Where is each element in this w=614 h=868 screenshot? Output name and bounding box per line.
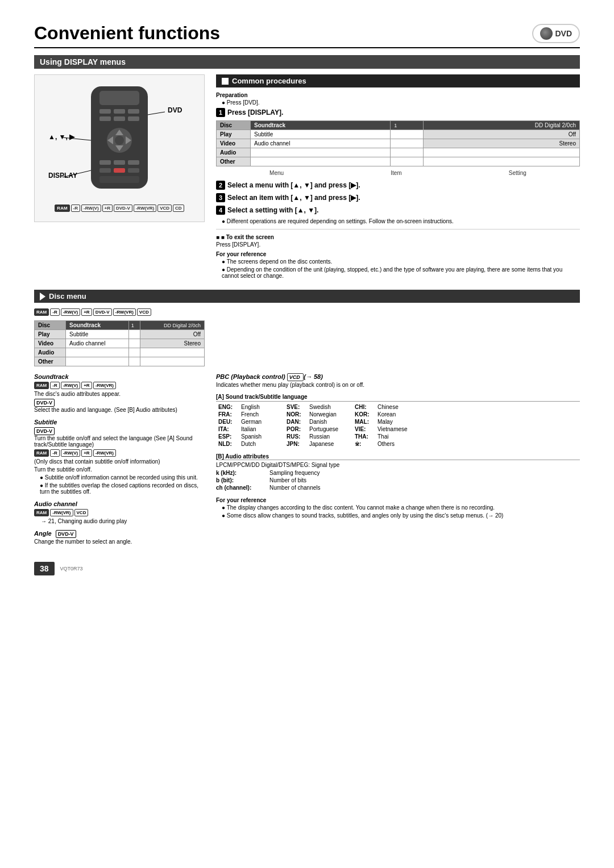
angle-title: Angle DVD-V (34, 530, 205, 537)
audio-attr-lpcm: LPCM/PPCM/DD Digital/DTS/MPEG: Signal ty… (216, 462, 580, 468)
lang-code-nor: NOR: (284, 411, 307, 418)
st-badge-r: -R (50, 449, 59, 457)
step-2-line: 2 Select a menu with [▲, ▼] and press [▶… (216, 181, 580, 190)
menu-col-video: Video (217, 139, 251, 148)
audio-khz-row: k (kHz): Sampling frequency (216, 469, 580, 477)
svg-rect-20 (99, 176, 139, 183)
s-badge-r: -R (50, 382, 59, 389)
for-ref-bullet-1: ● The screens depend on the disc content… (222, 258, 580, 265)
audio-badges: RAM -RW(VR) VCD (34, 509, 205, 516)
page-number-area: 38 VQT0R73 (34, 562, 580, 575)
svg-rect-7 (128, 116, 139, 121)
st-badge-rwvr: -RW(VR) (93, 449, 116, 457)
dvd-logo-text: DVD (555, 29, 572, 38)
disc-badge-vcd: VCD (137, 308, 151, 316)
lang-code-rus: RUS: (284, 433, 307, 440)
disc-num2 (128, 330, 140, 339)
step-3-line: 3 Select an item with [▲, ▼] and press [… (216, 193, 580, 202)
step-1-num: 1 (216, 108, 225, 117)
disc-left-col: Soundtrack RAM -R -RW(V) +R -RW(VR) The … (34, 373, 205, 550)
setting-col-off: Off (424, 130, 580, 139)
menu-col-play: Play (217, 130, 251, 139)
using-display-header: Using DISPLAY menus (34, 55, 580, 69)
soundtrack-badges: RAM -R -RW(V) +R -RW(VR) (34, 382, 205, 389)
disc-content-area: Soundtrack RAM -R -RW(V) +R -RW(VR) The … (34, 373, 580, 550)
label-item: Item (391, 170, 401, 176)
disc-audio-col: Audio (35, 348, 66, 357)
disc-row-play: Play Subtitle Off (35, 330, 205, 339)
menu-col-audio: Audio (217, 148, 251, 157)
lang-name-chinese: Chinese (375, 403, 580, 411)
disc-badge-dvdv: DVD-V (93, 308, 112, 316)
dvd-logo: DVD (532, 24, 580, 43)
step-4-line: 4 Select a setting with [▲, ▼]. (216, 206, 580, 215)
lang-row-2: FRA: French NOR: Norwegian KOR: Korean (216, 411, 580, 418)
lang-name-malay: Malay (375, 418, 580, 425)
audio-attr-section: [B] Audio attributes LPCM/PPCM/DD Digita… (216, 453, 580, 491)
svg-point-13 (115, 136, 124, 145)
s-badge-rwvr: -RW(VR) (93, 382, 116, 389)
svg-rect-18 (114, 168, 125, 173)
ac-badge-vcd: VCD (74, 509, 89, 516)
audio-khz-value: Sampling frequency (267, 469, 580, 477)
lang-name-italian: Italian (239, 425, 284, 433)
lang-code-esp: ESP: (216, 433, 239, 440)
disc-setting-off: Off (140, 330, 204, 339)
disc-menu-col: Disc (35, 321, 66, 330)
item-col-subtitle: Subtitle (251, 130, 391, 139)
lang-code-kor: KOR: (352, 411, 375, 418)
to-exit-header: ■ ■ To exit the screen (216, 234, 580, 240)
disc-play-col: Play (35, 330, 66, 339)
lang-code-chi: CHI: (352, 403, 375, 411)
lang-row-1: ENG: English SVE: Swedish CHI: Chinese (216, 403, 580, 411)
badge-cd: CD (173, 205, 184, 212)
setting-col-empty2 (424, 157, 580, 166)
subtitle-bullet-1: ● Subtitle on/off information cannot be … (40, 474, 205, 481)
st-badge-plus-r: +R (81, 449, 92, 457)
dvdv-badge2: DVD-V (34, 427, 205, 434)
item-col-soundtrack: Soundtrack (251, 121, 391, 130)
disc-row-audio: Audio (35, 348, 205, 357)
st-badge-rwv: -RW(V) (61, 449, 81, 457)
main-two-col: DVD ▲, ▼, ▶ DISPLAY RAM -R -RW(V) +R DVD… (34, 74, 580, 281)
num-col-2 (391, 130, 424, 139)
audio-for-ref-bullet-1: ● The display changes according to the d… (222, 504, 580, 511)
disc-right-col: PBC (Playback control) VCD (→ 58) Indica… (216, 373, 580, 550)
disc-row-video: Video Audio channel Stereo (35, 339, 205, 348)
disc-row-other: Other (35, 357, 205, 366)
subtitle-section: Subtitle DVD-V Turn the subtitle on/off … (34, 419, 205, 495)
disc-audio-channel: Audio channel (66, 339, 129, 348)
label-setting: Setting (509, 170, 526, 176)
angle-text: Change the number to select an angle. (34, 539, 205, 545)
audio-attr-table: k (kHz): Sampling frequency b (bit): Num… (216, 469, 580, 491)
audio-ch-value: Number of channels (267, 484, 580, 491)
settings-note: ● Different operations are required depe… (222, 218, 580, 224)
setting-col-stereo: Stereo (424, 139, 580, 148)
disc-item-soundtrack: Soundtrack (66, 321, 129, 330)
lang-name-swedish: Swedish (307, 403, 352, 411)
table-row-disc: Disc Soundtrack 1 DD Digital 2/0ch (217, 121, 580, 130)
item-col-empty2 (251, 157, 391, 166)
soundtrack-section: Soundtrack RAM -R -RW(V) +R -RW(VR) The … (34, 373, 205, 413)
soundtrack-text1: The disc's audio attributes appear. (34, 391, 205, 397)
audio-ch-row: ch (channel): Number of channels (216, 484, 580, 491)
svg-rect-1 (99, 91, 139, 105)
lang-code-jpn: JPN: (284, 440, 307, 448)
subtitle-turn-off: Turn the subtitle on/off. (34, 466, 205, 473)
table-footer-labels: Menu Item Setting (216, 170, 580, 176)
disc-menu-header: Disc menu (34, 290, 580, 303)
disc-num4 (128, 348, 140, 357)
common-procedures-title: Common procedures (232, 77, 306, 85)
pbc-arrow: (→ 58) (304, 373, 323, 380)
svg-rect-5 (99, 116, 111, 121)
lang-row-6: NLD: Dutch JPN: Japanese ※: Others (216, 440, 580, 448)
lang-name-spanish: Spanish (239, 433, 284, 440)
step-1-line: 1 Press [DISPLAY]. (216, 108, 580, 117)
disc-num: 1 (128, 321, 140, 330)
play-icon (40, 293, 45, 301)
compatible-badges: RAM -R -RW(V) +R DVD-V -RW(VR) VCD CD (55, 205, 184, 212)
subtitle-ram-text: (Only discs that contain subtitle on/off… (34, 458, 205, 465)
num-col: 1 (391, 121, 424, 130)
s-badge-rwv: -RW(V) (61, 382, 81, 389)
lang-row-5: ESP: Spanish RUS: Russian THA: Thai (216, 433, 580, 440)
